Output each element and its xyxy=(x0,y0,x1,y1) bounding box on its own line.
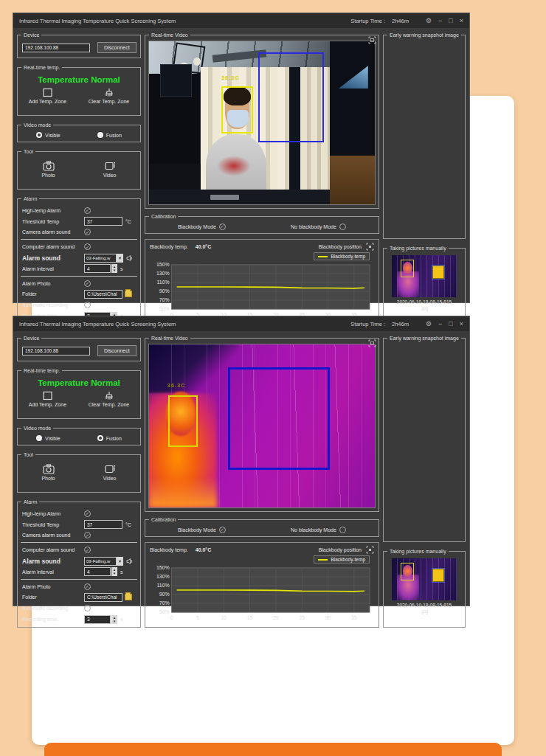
blackbody-mode-radio[interactable]: Blackbody Mode ✓ xyxy=(178,527,226,533)
gear-icon[interactable]: ⚙ xyxy=(426,18,432,24)
high-temp-alarm-checkbox[interactable]: ✓ xyxy=(84,510,91,517)
recording-time-unit: s xyxy=(120,617,123,622)
video-button-label: Video xyxy=(103,173,117,178)
check-icon: ✓ xyxy=(86,533,89,538)
interval-unit: s xyxy=(120,569,123,575)
realtime-temp-group-label: Real-time temp. xyxy=(21,367,62,374)
startup-time-label: Startup Time : xyxy=(350,321,385,327)
computer-alarm-sound-checkbox[interactable]: ✓ xyxy=(84,243,91,250)
blackbody-mode-radio[interactable]: Blackbody Mode ✓ xyxy=(178,223,226,230)
dropdown-arrow-icon[interactable]: ▾ xyxy=(117,557,123,566)
svg-text:20: 20 xyxy=(273,615,279,620)
manual-snapshot-thumbnail[interactable] xyxy=(392,255,457,297)
svg-text:15: 15 xyxy=(247,615,253,620)
visible-radio[interactable]: Visible xyxy=(36,132,61,138)
gear-icon[interactable]: ⚙ xyxy=(426,321,432,327)
disconnect-button[interactable]: Disconnect xyxy=(97,42,136,53)
folder-label: Folder xyxy=(22,594,84,600)
interval-spinner[interactable]: ▴▾ xyxy=(111,567,117,576)
disconnect-button[interactable]: Disconnect xyxy=(97,345,136,356)
folder-path-input[interactable] xyxy=(84,290,122,299)
blackbody-mode-check-icon: ✓ xyxy=(219,527,226,533)
maximize-icon[interactable]: □ xyxy=(449,18,452,24)
threshold-temp-input[interactable] xyxy=(84,217,122,226)
thumbnail-face-box xyxy=(401,260,414,277)
blackbody-panel: Blackbody temp. 40.0°C Blackbody positio… xyxy=(145,239,379,325)
photo-button-label: Photo xyxy=(41,173,55,178)
window-title: Infrared Thermal Imaging Temperature Qui… xyxy=(19,18,350,24)
manual-pictures-group: Taking pictures manually 2020-06-10-18-0… xyxy=(383,551,466,628)
threshold-temp-label: Threshold Temp xyxy=(22,219,84,224)
camera-alarm-sound-checkbox[interactable]: ✓ xyxy=(84,229,91,235)
add-temp-zone-button[interactable]: Add Temp. Zone xyxy=(29,391,66,407)
threshold-temp-input[interactable] xyxy=(84,520,122,529)
svg-text:10: 10 xyxy=(221,615,227,620)
minimize-icon[interactable]: − xyxy=(438,321,442,327)
alarm-interval-input[interactable] xyxy=(84,567,111,576)
photo-button[interactable]: Photo xyxy=(41,161,55,178)
realtime-video-group-label: Real-time Video xyxy=(149,335,190,341)
alarm-photo-checkbox[interactable]: ✓ xyxy=(84,583,91,590)
startup-time-label: Startup Time : xyxy=(350,18,385,24)
add-temp-zone-button[interactable]: Add Temp. Zone xyxy=(29,88,66,104)
computer-alarm-sound-checkbox[interactable]: ✓ xyxy=(84,547,91,553)
ip-address-input[interactable] xyxy=(22,44,90,52)
minimize-icon[interactable]: − xyxy=(438,18,442,24)
no-blackbody-mode-radio[interactable]: No blackbody Mode xyxy=(291,223,346,230)
divider xyxy=(21,276,137,277)
alarm-sound-select[interactable]: 03-Falling.w ▾ xyxy=(84,254,123,263)
no-blackbody-mode-radio[interactable]: No blackbody Mode xyxy=(291,527,346,533)
photo-button[interactable]: Photo xyxy=(41,464,55,481)
alarm-photo-checkbox[interactable]: ✓ xyxy=(84,280,91,287)
video-button[interactable]: Video xyxy=(103,161,117,178)
close-icon[interactable]: × xyxy=(460,321,463,327)
manual-snapshot-thumbnail[interactable] xyxy=(392,558,457,600)
folder-label: Folder xyxy=(22,291,84,296)
bottom-cta-bar[interactable] xyxy=(44,743,502,756)
fullscreen-icon[interactable] xyxy=(368,36,376,44)
visible-radio[interactable]: Visible xyxy=(36,435,61,441)
recording-time-spinner[interactable]: ▴▾ xyxy=(111,615,117,624)
camera-alarm-sound-label: Camera alarm sound xyxy=(22,533,84,538)
svg-text:35: 35 xyxy=(351,615,357,620)
alarm-sound-select[interactable]: 03-Falling.w ▾ xyxy=(84,557,123,566)
close-icon[interactable]: × xyxy=(460,18,463,24)
clear-temp-zone-button[interactable]: Clear Temp. Zone xyxy=(89,88,130,104)
realtime-video-group-label: Real-time Video xyxy=(149,32,190,38)
maximize-icon[interactable]: □ xyxy=(449,321,452,327)
calibration-group-label: Calibration xyxy=(149,516,178,523)
temperature-status: Temperature Normal xyxy=(18,378,140,387)
svg-text:90%: 90% xyxy=(159,592,170,597)
recording-time-input[interactable] xyxy=(84,615,111,624)
face-bounding-box xyxy=(221,86,253,133)
camera-alarm-sound-checkbox[interactable]: ✓ xyxy=(84,532,91,538)
speaker-icon[interactable] xyxy=(126,558,134,565)
alarm-interval-input[interactable] xyxy=(84,264,111,273)
video-feed: 36.3C xyxy=(148,41,376,205)
blackbody-position-icon[interactable] xyxy=(366,546,374,554)
fusion-radio[interactable]: Fusion xyxy=(97,435,122,441)
realtime-video-group: Real-time Video xyxy=(145,338,379,512)
video-mode-group-label: Video mode xyxy=(21,425,53,431)
fusion-radio[interactable]: Fusion xyxy=(97,132,122,138)
high-temp-alarm-checkbox[interactable]: ✓ xyxy=(84,207,91,214)
interval-spinner[interactable]: ▴▾ xyxy=(111,264,117,273)
ip-address-input[interactable] xyxy=(22,347,90,356)
folder-path-input[interactable] xyxy=(84,593,122,602)
video-camera-icon xyxy=(103,161,117,171)
video-mode-group: Video mode Visible Fusion xyxy=(17,125,141,142)
blackbody-temp-value: 40.0°C xyxy=(196,244,211,249)
blackbody-position-label: Blackbody position xyxy=(319,244,362,249)
dropdown-arrow-icon[interactable]: ▾ xyxy=(117,254,123,263)
fullscreen-icon[interactable] xyxy=(368,339,376,347)
blackbody-position-icon[interactable] xyxy=(366,243,374,251)
automatic-recording-checkbox[interactable] xyxy=(84,605,91,611)
svg-text:50%: 50% xyxy=(159,610,170,615)
video-button[interactable]: Video xyxy=(103,464,117,481)
speaker-icon[interactable] xyxy=(126,254,134,262)
folder-icon[interactable] xyxy=(125,291,132,297)
folder-icon[interactable] xyxy=(125,594,132,600)
clear-temp-zone-button[interactable]: Clear Temp. Zone xyxy=(89,391,130,407)
svg-text:150%: 150% xyxy=(156,262,170,267)
automatic-recording-checkbox[interactable] xyxy=(84,302,91,308)
